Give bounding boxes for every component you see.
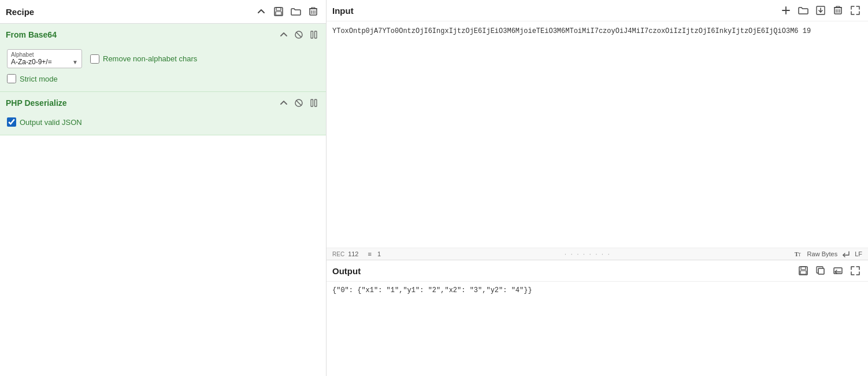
folder-icon	[291, 8, 301, 16]
open-file-icon	[798, 6, 808, 15]
output-expand-button[interactable]	[848, 264, 862, 278]
status-rec: REC 112	[332, 250, 358, 257]
svg-rect-11	[315, 31, 317, 38]
output-header-icons	[796, 264, 862, 278]
alphabet-dropdown[interactable]: Alphabet A-Za-z0-9+/= ▼	[7, 49, 82, 68]
from-base64-pause-button[interactable]	[307, 28, 320, 41]
svg-rect-31	[834, 268, 842, 274]
chevron-up-small-icon	[280, 32, 287, 38]
php-deserialize-collapse-button[interactable]	[277, 97, 290, 109]
output-content: {"0": {"x1": "1","y1": "2","x2": "3","y2…	[327, 282, 868, 376]
trash-icon	[309, 7, 317, 16]
php-deserialize-pause-button[interactable]	[307, 97, 320, 109]
recipe-chevron-up-button[interactable]	[254, 5, 268, 19]
svg-rect-10	[311, 31, 313, 38]
input-content[interactable]: YToxOntp0jA7YTo0OntzOjI6IngxIjtzOjE6IjEi…	[327, 21, 868, 248]
input-title: Input	[332, 6, 779, 16]
alphabet-row: Alphabet A-Za-z0-9+/= ▼ Remove non-alpha…	[7, 49, 319, 68]
from-base64-disable-button[interactable]	[292, 28, 305, 41]
input-clear-button[interactable]	[831, 3, 845, 17]
php-deserialize-disable-button[interactable]	[292, 97, 305, 109]
recipe-folder-button[interactable]	[289, 5, 303, 19]
left-panel: Recipe	[0, 0, 327, 376]
svg-rect-14	[311, 99, 313, 106]
recipe-title: Recipe	[6, 7, 254, 17]
input-load-button[interactable]	[814, 3, 828, 17]
copy-icon	[816, 266, 825, 275]
send-to-input-icon	[833, 266, 843, 275]
output-text: {"0": {"x1": "1","y1": "2","x2": "3","y2…	[332, 286, 532, 294]
output-save-button[interactable]	[796, 264, 810, 278]
expand-output-icon	[851, 266, 860, 275]
input-text: YToxOntp0jA7YTo0OntzOjI6IngxIjtzOjE6IjEi…	[332, 27, 811, 35]
from-base64-collapse-button[interactable]	[277, 28, 290, 41]
lf-label: LF	[855, 250, 862, 257]
php-deserialize-block: PHP Deserialize	[0, 92, 326, 135]
alphabet-value-row: A-Za-z0-9+/= ▼	[11, 58, 78, 66]
pause-icon2	[310, 99, 317, 107]
strict-mode-text: Strict mode	[20, 75, 58, 83]
from-base64-block: From Base64	[0, 24, 326, 92]
chevron-up-icon	[257, 8, 265, 16]
output-valid-json-text: Output valid JSON	[20, 118, 82, 127]
from-base64-header-icons	[277, 28, 320, 41]
lines-count: 1	[377, 250, 381, 257]
output-valid-json-checkbox[interactable]	[7, 117, 16, 127]
input-expand-button[interactable]	[848, 3, 862, 17]
rec-label: REC	[332, 251, 344, 257]
output-send-to-input-button[interactable]	[831, 264, 845, 278]
save-icon	[274, 7, 283, 16]
recipe-save-button[interactable]	[272, 5, 285, 19]
input-status-bar: REC 112 ≡ 1 · · · · · · · · T T Raw Byte…	[327, 248, 868, 260]
expand-icon	[851, 6, 860, 15]
svg-rect-29	[800, 271, 806, 274]
recipe-header: Recipe	[0, 0, 326, 24]
svg-rect-30	[818, 268, 824, 274]
input-open-button[interactable]	[796, 3, 810, 17]
alphabet-value: A-Za-z0-9+/=	[11, 58, 52, 66]
raw-bytes-label: Raw Bytes	[807, 250, 838, 257]
recipe-delete-button[interactable]	[306, 5, 320, 19]
output-section: Output	[327, 260, 868, 376]
lines-icon: ≡	[368, 250, 371, 257]
pause-icon	[310, 31, 317, 39]
output-title: Output	[332, 266, 796, 276]
input-add-button[interactable]	[779, 3, 793, 17]
php-deserialize-body: Output valid JSON	[0, 114, 326, 135]
output-copy-button[interactable]	[814, 264, 828, 278]
clear-icon	[834, 6, 842, 15]
input-header: Input	[327, 0, 868, 21]
svg-line-13	[296, 101, 302, 106]
text-format-icon: T T	[795, 250, 803, 257]
alphabet-label: Alphabet	[11, 51, 78, 58]
from-base64-body: Alphabet A-Za-z0-9+/= ▼ Remove non-alpha…	[0, 46, 326, 91]
load-icon	[816, 6, 825, 15]
arrow-lf-icon	[842, 250, 850, 257]
output-header: Output	[327, 260, 868, 282]
cancel-icon	[295, 31, 303, 39]
svg-rect-2	[276, 12, 281, 15]
from-base64-title: From Base64	[6, 30, 277, 39]
strict-mode-checkbox[interactable]	[7, 74, 16, 83]
input-header-icons	[779, 3, 862, 17]
plus-icon	[782, 6, 790, 14]
save-output-icon	[799, 266, 808, 275]
output-valid-json-label[interactable]: Output valid JSON	[7, 117, 319, 127]
dropdown-arrow-icon: ▼	[72, 59, 78, 65]
right-panel: Input	[327, 0, 868, 376]
drag-handle[interactable]: · · · · · · · ·	[565, 250, 611, 258]
rec-count: 112	[348, 250, 358, 257]
remove-nonalpha-text: Remove non-alphabet chars	[103, 54, 197, 63]
status-bar-right: T T Raw Bytes LF	[795, 250, 862, 257]
php-deserialize-title: PHP Deserialize	[6, 98, 277, 108]
remove-nonalpha-label[interactable]: Remove non-alphabet chars	[90, 54, 197, 64]
input-section: Input	[327, 0, 868, 260]
strict-mode-label[interactable]: Strict mode	[7, 74, 319, 83]
chevron-up-small-icon2	[280, 100, 287, 106]
php-deserialize-header: PHP Deserialize	[0, 92, 326, 114]
svg-text:T: T	[798, 252, 801, 257]
svg-rect-15	[315, 99, 317, 106]
remove-nonalpha-checkbox[interactable]	[90, 54, 99, 64]
strict-mode-row: Strict mode	[7, 74, 319, 83]
svg-line-9	[296, 32, 302, 38]
